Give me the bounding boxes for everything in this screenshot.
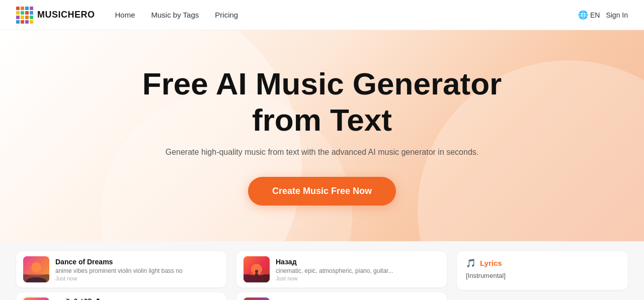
lyrics-panel: 🎵 Lyrics [Instrumental] xyxy=(457,251,628,290)
nav-music-by-tags[interactable]: Music by Tags xyxy=(151,11,199,19)
lyrics-header: 🎵 Lyrics xyxy=(466,258,619,268)
svg-rect-15 xyxy=(244,297,270,300)
card-time-nazad: Just now xyxy=(276,275,440,281)
card-electric-whispers[interactable]: Electric Whispers 140bpm hypnotic raw te… xyxy=(236,292,447,300)
lyrics-title: Lyrics xyxy=(480,259,502,267)
card-info-dance: Dance of Dreams anime vibes prominent vi… xyxy=(55,258,219,281)
cards-right: Назад cinematic, epic, atmospheric, pian… xyxy=(236,251,447,290)
svg-rect-5 xyxy=(23,297,49,300)
thumb-svg-sapno xyxy=(23,297,49,300)
thumb-svg-dance xyxy=(23,256,49,282)
brand-name: MUSICHERO xyxy=(37,10,95,20)
cards-section: Dance of Dreams anime vibes prominent vi… xyxy=(0,241,644,300)
svg-point-1 xyxy=(31,262,41,272)
card-thumb-dance xyxy=(23,256,49,282)
svg-point-4 xyxy=(27,273,45,276)
lang-label: EN xyxy=(590,11,600,19)
card-info-nazad: Назад cinematic, epic, atmospheric, pian… xyxy=(276,258,440,281)
nav-links: Home Music by Tags Pricing xyxy=(115,11,578,19)
card-thumb-electric xyxy=(244,297,270,300)
card-nazad[interactable]: Назад cinematic, epic, atmospheric, pian… xyxy=(236,251,447,287)
cards-left: Dance of Dreams anime vibes prominent vi… xyxy=(16,251,226,290)
card-tags-nazad: cinematic, epic, atmospheric, piano, gui… xyxy=(276,267,407,274)
nav-pricing[interactable]: Pricing xyxy=(215,11,238,19)
hero-subtitle: Generate high-quality music from text wi… xyxy=(142,148,502,157)
nav-right: 🌐 EN Sign In xyxy=(578,10,628,20)
navbar: MUSICHERO Home Music by Tags Pricing 🌐 E… xyxy=(0,0,644,30)
sign-in-button[interactable]: Sign In xyxy=(606,11,628,19)
card-title-nazad: Назад xyxy=(276,258,440,266)
logo-area[interactable]: MUSICHERO xyxy=(16,7,95,24)
card-title-dance: Dance of Dreams xyxy=(55,258,219,266)
svg-point-13 xyxy=(255,270,258,273)
card-dance-of-dreams[interactable]: Dance of Dreams anime vibes prominent vi… xyxy=(16,251,226,287)
card-thumb-nazad xyxy=(244,256,270,282)
cta-button[interactable]: Create Music Free Now xyxy=(248,177,396,206)
card-thumb-sapno xyxy=(23,297,49,300)
nav-home[interactable]: Home xyxy=(115,11,135,19)
thumb-svg-electric xyxy=(244,297,270,300)
globe-icon: 🌐 xyxy=(578,10,588,20)
hero-content: Free AI Music Generator from Text Genera… xyxy=(132,66,512,206)
thumb-svg-nazad xyxy=(244,256,270,282)
card-sapno[interactable]: सपनों की रंगीनियाँ melodic pop dreamy Ju… xyxy=(16,292,226,300)
hero-title: Free AI Music Generator from Text xyxy=(142,66,502,138)
svg-rect-14 xyxy=(255,273,258,276)
lyrics-icon: 🎵 xyxy=(466,258,476,268)
card-tags-dance: anime vibes prominent violin violin ligh… xyxy=(55,267,186,274)
logo-icon xyxy=(16,7,33,24)
hero-section: Free AI Music Generator from Text Genera… xyxy=(0,30,644,241)
language-button[interactable]: 🌐 EN xyxy=(578,10,600,20)
card-time-dance: Just now xyxy=(55,275,219,281)
lyrics-body: [Instrumental] xyxy=(466,272,619,279)
